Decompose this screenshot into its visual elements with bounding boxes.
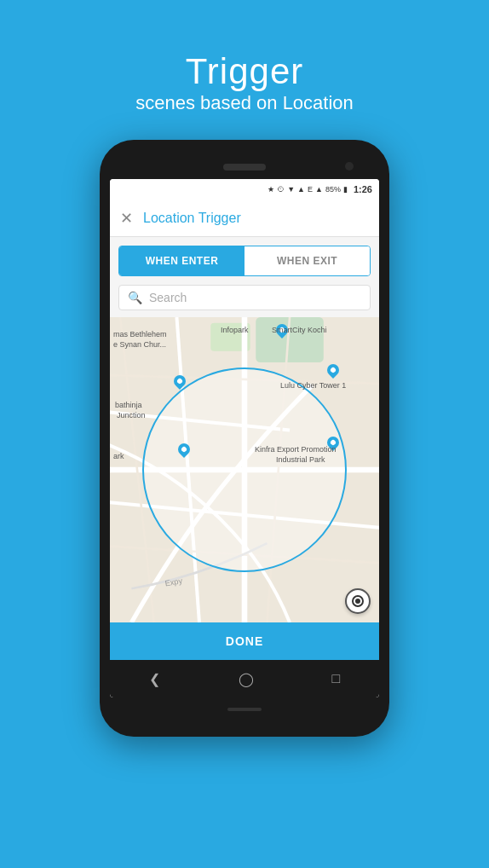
heading-line1: Trigger (135, 51, 354, 92)
map-label-kinfra1: Kinfra Export Promotion (255, 445, 337, 454)
battery-icon: ▮ (343, 185, 348, 194)
map-label-kinfra2: Industrial Park (276, 455, 325, 464)
phone-screen: ★ ⏲ ▼ ▲ E ▲ 85% ▮ 1:26 ✕ Location Trigge… (110, 179, 379, 697)
signal-icon: ▲ (297, 185, 305, 194)
phone-camera (223, 164, 266, 171)
alarm-icon: ⏲ (277, 185, 285, 194)
status-bar: ★ ⏲ ▼ ▲ E ▲ 85% ▮ 1:26 (110, 179, 379, 200)
map-circle (142, 367, 347, 572)
heading-line2: scenes based on Location (135, 92, 354, 114)
phone-speaker (345, 162, 354, 171)
map-area[interactable]: Expy Infopark SmartCity Kochi Lulu Cyber… (110, 317, 379, 622)
recent-button[interactable]: □ (331, 671, 340, 686)
app-title: Location Trigger (143, 211, 241, 226)
search-icon: 🔍 (128, 291, 142, 304)
battery-percent: 85% (325, 185, 341, 194)
status-time: 1:26 (354, 184, 372, 194)
phone-home-bar (227, 708, 262, 711)
phone-bottom (110, 697, 379, 721)
map-label-infopark: Infopark (221, 326, 249, 334)
done-button[interactable]: DONE (110, 622, 379, 660)
search-input[interactable]: Search (149, 291, 361, 304)
toggle-group: WHEN ENTER WHEN EXIT (118, 246, 371, 276)
map-label-bethlehem: mas Bethlehem (113, 330, 167, 339)
map-label-bathinja: bathinja (115, 401, 142, 409)
home-button[interactable]: ◯ (239, 671, 254, 687)
bluetooth-icon: ★ (268, 185, 274, 194)
phone-top-bar (110, 155, 379, 179)
app-bar: ✕ Location Trigger (110, 200, 379, 237)
map-label-lulu: Lulu Cyber Tower 1 (280, 381, 346, 390)
map-label-junction: Junction (117, 411, 146, 420)
my-location-button[interactable] (345, 588, 371, 614)
header-section: Trigger scenes based on Location (135, 51, 354, 114)
map-label-synan: e Synan Chur... (113, 340, 166, 349)
signal3-icon: ▲ (315, 185, 323, 194)
close-button[interactable]: ✕ (120, 209, 133, 228)
phone-nav-bar: ❮ ◯ □ (110, 660, 379, 697)
map-label-smartcity: SmartCity Kochi (272, 326, 327, 334)
location-dot-icon (354, 597, 362, 605)
phone-shell: ★ ⏲ ▼ ▲ E ▲ 85% ▮ 1:26 ✕ Location Trigge… (100, 140, 389, 737)
map-label-ark: ark (113, 452, 124, 460)
when-enter-button[interactable]: WHEN ENTER (119, 246, 244, 275)
back-button[interactable]: ❮ (149, 671, 160, 687)
signal2-icon: E (308, 185, 313, 194)
when-exit-button[interactable]: WHEN EXIT (244, 246, 370, 275)
search-bar[interactable]: 🔍 Search (118, 285, 371, 310)
wifi-icon: ▼ (287, 185, 295, 194)
